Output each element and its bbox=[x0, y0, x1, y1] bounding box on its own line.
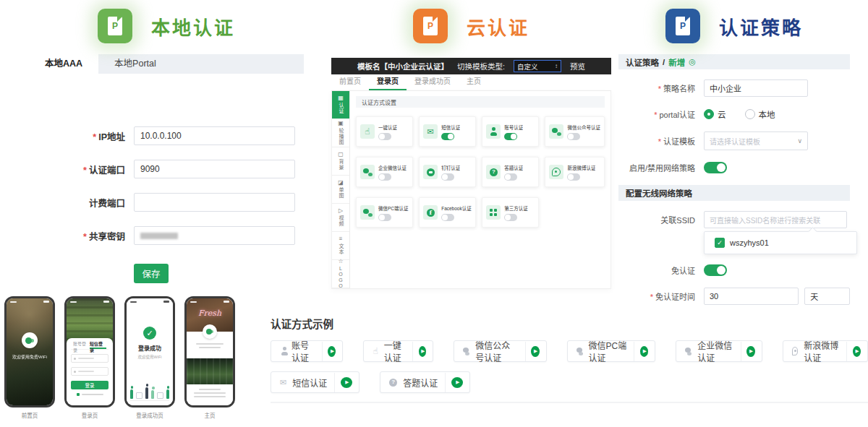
template-type-select[interactable]: 自定义 ↕ bbox=[514, 60, 561, 72]
aisle-photo bbox=[187, 358, 233, 384]
phone-login-page: 账号登录 短信登录 登录 登录页 bbox=[64, 296, 115, 419]
sms-code-field[interactable] bbox=[71, 367, 109, 376]
phone-statusbar bbox=[127, 298, 173, 305]
save-button[interactable]: 保存 bbox=[134, 264, 169, 283]
text-input[interactable]: 9090 bbox=[134, 160, 295, 178]
cloud-page-tab[interactable]: 登录页 bbox=[369, 74, 407, 90]
method-icon bbox=[373, 347, 378, 355]
home-screen: Fresh bbox=[187, 298, 233, 405]
method-toggle[interactable] bbox=[378, 133, 391, 140]
examples-title: 认证方式示例 bbox=[271, 316, 868, 331]
method-toggle[interactable] bbox=[441, 133, 454, 140]
free-auth-time-input[interactable]: 30 bbox=[704, 288, 799, 305]
local-auth-tab[interactable]: 本地AAA bbox=[29, 54, 98, 74]
auth-example-button[interactable]: 微信PC端认证 ▶ bbox=[567, 340, 656, 362]
field-label: *portal认证 bbox=[618, 108, 704, 120]
auth-example-button[interactable]: 短信认证 ▶ bbox=[271, 371, 359, 393]
sidebar-item[interactable]: 视频 bbox=[332, 204, 349, 232]
play-icon[interactable]: ▶ bbox=[419, 346, 426, 357]
auth-example-button[interactable]: 账号认证 ▶ bbox=[271, 340, 343, 362]
radio-option[interactable]: 本地 bbox=[745, 108, 775, 120]
auth-example-button[interactable]: 一键认证 ▶ bbox=[363, 340, 433, 362]
play-icon[interactable]: ▶ bbox=[531, 346, 539, 357]
sidebar-item[interactable]: 轮播图 bbox=[332, 119, 349, 147]
sidebar-item[interactable]: LOGO bbox=[332, 260, 349, 288]
play-icon[interactable]: ▶ bbox=[746, 346, 754, 357]
preview-button[interactable]: 预览 bbox=[570, 61, 585, 72]
time-unit-select[interactable]: 天 bbox=[804, 288, 850, 305]
method-toggle[interactable] bbox=[378, 214, 391, 221]
radio-icon[interactable] bbox=[745, 109, 755, 119]
method-toggle[interactable] bbox=[504, 173, 517, 181]
method-toggle[interactable] bbox=[567, 173, 580, 181]
auth-example-button[interactable]: 新浪微博认证 ▶ bbox=[783, 340, 868, 362]
sidebar-item[interactable]: 单图 bbox=[332, 176, 349, 204]
phone-previews: 欢迎使用免费WiFi 前置页 账号登录 短信登录 登录 登录页 ✓ bbox=[4, 296, 235, 419]
local-auth-tab[interactable]: 本地Portal bbox=[98, 54, 172, 74]
wireless-section-title: 配置无线网络策略 bbox=[618, 185, 850, 201]
cloud-page-tab[interactable]: 主页 bbox=[459, 74, 489, 90]
login-button[interactable]: 登录 bbox=[71, 381, 109, 389]
play-icon[interactable]: ▶ bbox=[341, 377, 352, 388]
method-toggle[interactable] bbox=[567, 133, 580, 140]
sidebar-item[interactable]: 文本 bbox=[332, 232, 349, 260]
phone-home-page: Fresh 主页 bbox=[184, 296, 235, 419]
local-tabbar: 本地AAA 本地Portal bbox=[29, 54, 304, 74]
auth-method-card: 新浪微博认证 bbox=[545, 157, 605, 187]
auth-example-button[interactable]: 企业微信认证 ▶ bbox=[676, 340, 762, 362]
play-icon[interactable]: ▶ bbox=[451, 377, 463, 388]
cloud-auth-header: P 云认证 bbox=[331, 7, 611, 45]
login-header-photo bbox=[67, 298, 113, 343]
auth-template-select[interactable]: 请选择认证模板 ∨ bbox=[704, 131, 808, 150]
method-toggle[interactable] bbox=[504, 214, 517, 221]
sidebar-icon bbox=[338, 259, 343, 264]
text-input[interactable] bbox=[134, 226, 295, 245]
sidebar-icon bbox=[339, 236, 343, 242]
account-login-tab[interactable]: 账号登录 bbox=[73, 341, 90, 349]
method-label: Facebook认证 bbox=[441, 204, 472, 212]
auth-example-button[interactable]: 微信公众号认证 ▶ bbox=[454, 340, 546, 362]
field-label: 启用/禁用网络策略 bbox=[618, 162, 704, 173]
method-toggle[interactable] bbox=[441, 173, 454, 181]
method-toggle[interactable] bbox=[504, 133, 517, 140]
phone-number-field[interactable] bbox=[71, 354, 109, 363]
brand-logo bbox=[22, 332, 38, 348]
portal-radio-group: 云 本地 bbox=[704, 108, 775, 120]
doc-letter: P bbox=[112, 21, 118, 31]
method-label: 第三方认证 bbox=[504, 204, 528, 212]
free-auth-toggle[interactable] bbox=[704, 264, 727, 276]
method-toggle[interactable] bbox=[441, 214, 454, 221]
method-icon-tile bbox=[423, 124, 438, 139]
phone-statusbar bbox=[7, 298, 53, 305]
ssid-option[interactable]: wszyhys01 bbox=[730, 238, 769, 247]
policy-form: *策略名称 中小企业 *portal认证 云 本地 * bbox=[618, 69, 850, 305]
text-input[interactable] bbox=[134, 193, 295, 212]
check-icon: ✓ bbox=[717, 239, 723, 246]
breadcrumb-root[interactable]: 认证策略 bbox=[626, 56, 659, 68]
radio-icon[interactable] bbox=[704, 109, 714, 119]
radio-option[interactable]: 云 bbox=[704, 108, 726, 120]
method-label: 新浪微博认证 bbox=[567, 164, 595, 171]
sidebar-item[interactable]: 背景 bbox=[332, 147, 349, 176]
method-icon bbox=[427, 209, 435, 217]
auth-policy-header: P 认证策略 bbox=[618, 7, 850, 45]
cloud-page-tab[interactable]: 登录成功页 bbox=[407, 74, 459, 90]
play-icon[interactable]: ▶ bbox=[853, 346, 861, 357]
local-auth-panel: P 本地认证 本地AAA 本地Portal *IP地址 10.0.0.100 *… bbox=[29, 7, 304, 283]
sms-login-tab[interactable]: 短信登录 bbox=[90, 341, 106, 349]
text-input[interactable]: 10.0.0.100 bbox=[134, 126, 295, 145]
doc-letter: P bbox=[680, 21, 686, 31]
play-icon[interactable]: ▶ bbox=[640, 346, 648, 357]
ssid-checkbox[interactable]: ✓ bbox=[715, 238, 725, 248]
policy-name-input[interactable]: 中小企业 bbox=[704, 79, 808, 97]
play-icon[interactable]: ▶ bbox=[328, 346, 336, 357]
agreement-row[interactable] bbox=[71, 393, 109, 396]
sidebar-item[interactable]: 认证 bbox=[332, 91, 349, 119]
ssid-search-input[interactable]: 可直接输入SSID名称进行搜索关联 bbox=[704, 211, 847, 228]
examples-row: 账号认证 ▶ 一键认证 ▶ 微信公众号认证 ▶ 微信PC端认证 bbox=[271, 340, 868, 362]
enable-network-policy-toggle[interactable] bbox=[704, 162, 727, 173]
cloud-page-tab[interactable]: 前置页 bbox=[331, 74, 369, 90]
auth-method-card: 第三方认证 bbox=[482, 197, 539, 228]
method-toggle[interactable] bbox=[378, 173, 391, 181]
auth-example-button[interactable]: 答题认证 ▶ bbox=[380, 371, 470, 393]
